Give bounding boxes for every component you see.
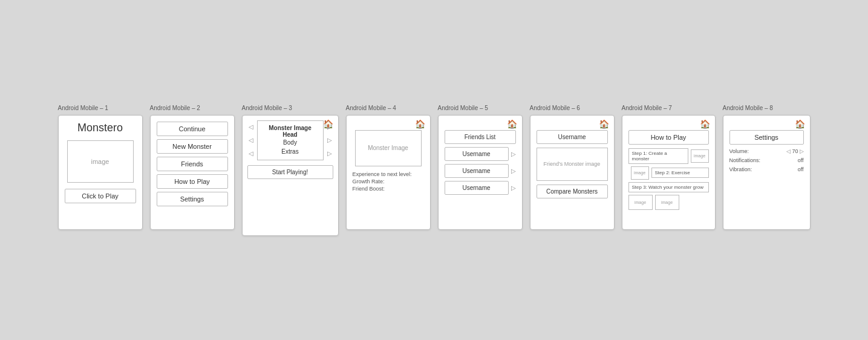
volume-label: Volume: xyxy=(729,148,749,154)
screen-1-wrapper: Android Mobile – 1 Monstero image Click … xyxy=(58,105,143,230)
notifications-value: off xyxy=(798,157,804,163)
vibration-row: Vibration: off xyxy=(729,166,804,172)
screen-8-frame: 🏠 Settings Volume: ◁ 70 ▷ Notifications:… xyxy=(723,115,811,230)
new-monster-button[interactable]: New Monster xyxy=(157,139,228,154)
home-icon-6: 🏠 xyxy=(599,119,609,129)
volume-decrease[interactable]: ◁ xyxy=(786,148,791,154)
vibration-label: Vibration: xyxy=(729,166,752,172)
screen-6-label: Android Mobile – 6 xyxy=(530,105,580,111)
arrow-left-1[interactable]: ◁ xyxy=(247,123,255,131)
step-img-2: image xyxy=(655,195,679,210)
home-icon-8: 🏠 xyxy=(795,119,805,129)
nav-item-0: Monster Image Head xyxy=(261,125,319,138)
step-images-row: image image xyxy=(628,195,709,210)
screen-4-frame: 🏠 Monster Image Experience to next level… xyxy=(346,115,431,230)
volume-row: Volume: ◁ 70 ▷ xyxy=(729,148,804,154)
username-row-3: Username ▷ xyxy=(445,181,516,195)
screen-7-label: Android Mobile – 7 xyxy=(622,105,672,111)
screen-1-label: Android Mobile – 1 xyxy=(58,105,108,111)
home-icon-7: 🏠 xyxy=(700,119,710,129)
step-1-image: image xyxy=(691,149,709,163)
left-arrows: ◁ ◁ ◁ xyxy=(247,120,255,160)
arrow-right-3[interactable]: ▷ xyxy=(326,149,333,158)
screen-8-wrapper: Android Mobile – 8 🏠 Settings Volume: ◁ … xyxy=(723,105,811,230)
step-2-text: Step 2: Exercise xyxy=(651,168,709,178)
arrow-right-2[interactable]: ▷ xyxy=(326,136,333,145)
nav-item-2: Extras xyxy=(261,147,319,156)
how-to-play-button[interactable]: How to Play xyxy=(157,174,228,189)
notifications-label: Notifications: xyxy=(729,157,761,163)
screen-3-label: Android Mobile – 3 xyxy=(242,105,292,111)
click-to-play-button[interactable]: Click to Play xyxy=(65,189,136,203)
friends-list-button[interactable]: Friends List xyxy=(445,130,516,144)
step-row-3: Step 3: Watch your monster grow xyxy=(628,182,709,192)
screen-1-title: Monstero xyxy=(65,122,136,134)
screen-2-frame: Continue New Monster Friends How to Play… xyxy=(150,115,235,230)
arrow-right-u2: ▷ xyxy=(511,168,516,174)
step-3-text: Step 3: Watch your monster grow xyxy=(628,182,709,192)
arrow-right-u1: ▷ xyxy=(511,151,516,157)
screen-4-label: Android Mobile – 4 xyxy=(346,105,396,111)
screen-4-wrapper: Android Mobile – 4 🏠 Monster Image Exper… xyxy=(346,105,431,230)
screen-6-username: Username xyxy=(537,130,608,144)
screen-6-wrapper: Android Mobile – 6 🏠 Username Friend's M… xyxy=(530,105,615,230)
step-1-text: Step 1: Create a monster xyxy=(628,148,688,164)
screen-7-wrapper: Android Mobile – 7 🏠 How to Play Step 1:… xyxy=(622,105,716,230)
settings-title: Settings xyxy=(729,130,804,145)
step-row-2: image Step 2: Exercise xyxy=(628,166,709,180)
screen-6-friend-image: Friend's Monster image xyxy=(537,148,608,181)
screens-container: Android Mobile – 1 Monstero image Click … xyxy=(46,93,823,248)
screen-3-wrapper: Android Mobile – 3 🏠 ◁ ◁ ◁ Monster Image… xyxy=(242,105,339,236)
username-button-2[interactable]: Username xyxy=(445,164,509,178)
screen-5-frame: 🏠 Friends List Username ▷ Username ▷ Use… xyxy=(438,115,523,230)
friends-list-row: Friends List xyxy=(445,130,516,144)
step-img-1: image xyxy=(628,195,653,210)
how-to-play-title: How to Play xyxy=(628,130,709,145)
settings-button[interactable]: Settings xyxy=(157,192,228,206)
screen-5-wrapper: Android Mobile – 5 🏠 Friends List Userna… xyxy=(438,105,523,230)
arrow-left-3[interactable]: ◁ xyxy=(247,149,255,158)
step-2-image-left: image xyxy=(631,166,649,180)
screen-3-nav: ◁ ◁ ◁ Monster Image Head Body Extras ▷ ▷… xyxy=(247,120,333,160)
compare-monsters-button[interactable]: Compare Monsters xyxy=(537,185,608,198)
start-playing-button[interactable]: Start Playing! xyxy=(247,165,333,179)
username-button-3[interactable]: Username xyxy=(445,181,509,195)
screen-2-label: Android Mobile – 2 xyxy=(150,105,200,111)
nav-center: Monster Image Head Body Extras xyxy=(257,120,324,160)
username-button-1[interactable]: Username xyxy=(445,147,509,161)
screen-5-label: Android Mobile – 5 xyxy=(438,105,488,111)
screen-4-growth: Growth Rate: xyxy=(353,178,424,185)
step-row-1: Step 1: Create a monster image xyxy=(628,148,709,164)
screen-1-frame: Monstero image Click to Play xyxy=(58,115,143,230)
screen-2-wrapper: Android Mobile – 2 Continue New Monster … xyxy=(150,105,235,230)
screen-1-image: image xyxy=(67,140,134,183)
vibration-value: off xyxy=(798,166,804,172)
volume-increase[interactable]: ▷ xyxy=(800,148,804,154)
nav-item-1: Body xyxy=(261,138,319,147)
home-icon-5: 🏠 xyxy=(507,119,517,129)
home-icon-3: 🏠 xyxy=(323,119,333,129)
screen-7-frame: 🏠 How to Play Step 1: Create a monster i… xyxy=(622,115,716,230)
arrow-left-2[interactable]: ◁ xyxy=(247,136,255,145)
screen-8-label: Android Mobile – 8 xyxy=(723,105,773,111)
username-row-1: Username ▷ xyxy=(445,147,516,161)
volume-control: ◁ 70 ▷ xyxy=(786,148,803,154)
continue-button[interactable]: Continue xyxy=(157,122,228,136)
arrow-right-u3: ▷ xyxy=(511,185,516,191)
username-row-2: Username ▷ xyxy=(445,164,516,178)
screen-6-frame: 🏠 Username Friend's Monster image Compar… xyxy=(530,115,615,230)
home-icon-4: 🏠 xyxy=(415,119,425,129)
screen-4-exp: Experience to next level: xyxy=(353,171,424,177)
notifications-row: Notifications: off xyxy=(729,157,804,163)
screen-4-boost: Friend Boost: xyxy=(353,186,424,192)
volume-value: 70 xyxy=(792,148,798,154)
friends-button[interactable]: Friends xyxy=(157,157,228,171)
screen-3-frame: 🏠 ◁ ◁ ◁ Monster Image Head Body Extras ▷… xyxy=(242,115,339,236)
screen-4-monster-image: Monster Image xyxy=(355,130,422,166)
